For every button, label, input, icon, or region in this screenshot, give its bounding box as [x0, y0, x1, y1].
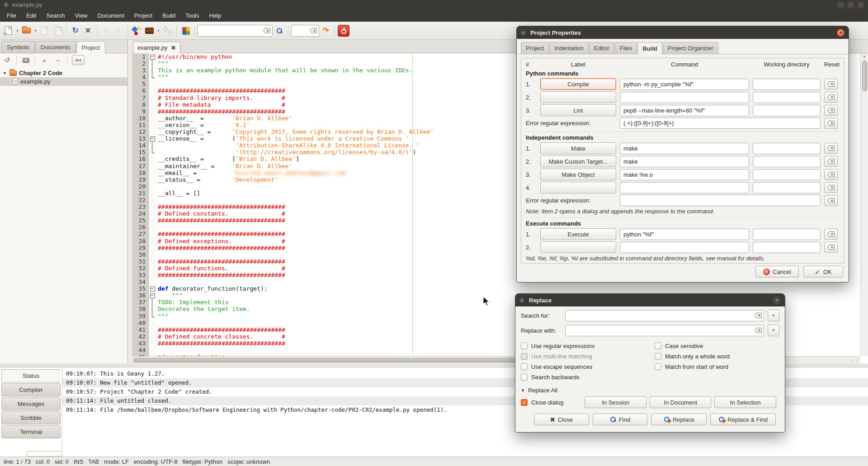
fold-margin[interactable] [149, 285, 156, 292]
replace-history-dropdown[interactable]: ▼ [768, 325, 779, 336]
menu-view[interactable]: View [70, 10, 93, 21]
menu-tools[interactable]: Tools [180, 10, 204, 21]
clear-icon[interactable]: × [827, 121, 835, 126]
clear-icon[interactable]: × [755, 328, 762, 333]
expand-all-icon[interactable]: + [40, 55, 49, 65]
scrollbar-thumb[interactable] [133, 358, 540, 362]
editor-vertical-scrollbar[interactable]: ▲ [860, 53, 868, 356]
command-input[interactable]: make [620, 143, 749, 154]
checkbox-icon[interactable] [521, 374, 528, 381]
reset-button[interactable]: × [824, 182, 838, 193]
working-directory-input[interactable] [753, 169, 821, 180]
goto-line-button[interactable]: ↷ [320, 24, 332, 37]
clear-icon[interactable]: × [827, 172, 835, 177]
checkbox-use-escape-sequences[interactable]: Use escape sequences [521, 362, 655, 372]
clear-icon[interactable]: × [827, 185, 835, 190]
save-button[interactable] [38, 24, 51, 37]
working-directory-input[interactable] [753, 182, 821, 193]
panel-tab-messages[interactable]: Messages [1, 397, 61, 410]
reset-button[interactable]: × [824, 156, 838, 167]
checkbox-close-dialog[interactable]: ✓Close dialog [521, 397, 585, 408]
panel-scrollbar[interactable] [26, 451, 62, 457]
open-file-button[interactable] [20, 24, 33, 37]
error-regex-input[interactable] [620, 195, 821, 206]
menu-document[interactable]: Document [93, 10, 129, 21]
button-in-document[interactable]: In Document [650, 396, 712, 408]
clear-icon[interactable]: × [827, 146, 835, 151]
reset-button[interactable]: × [824, 79, 838, 89]
clear-icon[interactable]: × [755, 313, 762, 318]
panel-tab-status[interactable]: Status [1, 369, 61, 382]
dialog-titlebar[interactable]: Replace × [515, 294, 785, 306]
reset-button[interactable]: × [824, 105, 838, 116]
error-regex-input[interactable]: (.+):([0-9]+):([0-9]+) [620, 118, 821, 129]
label-button[interactable]: Make Custom Target... [540, 155, 616, 167]
search-history-dropdown[interactable]: ▼ [768, 310, 779, 321]
tab-close-icon[interactable]: ✖ [171, 45, 175, 51]
label-button[interactable]: Make [540, 142, 616, 154]
close-document-button[interactable]: × [82, 24, 94, 37]
replace-all-expander[interactable]: ▼ Replace All [521, 387, 779, 394]
checkbox-match-from-start-of-word[interactable]: Match from start of word [655, 362, 730, 372]
follow-file-icon[interactable]: ↤ [72, 55, 85, 65]
reset-button[interactable]: × [824, 143, 838, 154]
label-button[interactable] [540, 91, 616, 103]
button-find[interactable]: Find [593, 414, 648, 425]
scroll-up-icon[interactable]: ▲ [863, 54, 866, 60]
properties-tab-build[interactable]: Build [637, 42, 662, 54]
command-input[interactable]: python -m py_compile "%f" [620, 79, 749, 90]
clear-icon[interactable]: × [827, 245, 835, 250]
checkbox-match-only-a-whole-word[interactable]: Match only a whole word [655, 351, 730, 362]
compile-button[interactable]: ↷ [131, 24, 143, 37]
fold-margin[interactable] [149, 135, 156, 142]
checkbox-icon[interactable] [655, 353, 661, 360]
label-button[interactable] [540, 182, 616, 193]
checkbox-icon[interactable] [655, 343, 661, 349]
button-replace-find[interactable]: Replace & Find [710, 414, 776, 425]
refresh-icon[interactable]: ↺ [3, 55, 12, 65]
working-directory-input[interactable] [753, 143, 821, 154]
save-all-button[interactable] [51, 24, 63, 37]
clear-icon[interactable]: × [827, 94, 835, 100]
build-dropdown[interactable]: ▾ [156, 28, 161, 33]
tree-file-row[interactable]: example.py [0, 77, 127, 86]
working-directory-input[interactable] [753, 92, 821, 103]
checkbox-icon[interactable] [655, 363, 661, 370]
close-icon[interactable]: × [857, 1, 864, 9]
new-folder-icon[interactable]: + [21, 55, 30, 65]
checkbox-icon[interactable]: ✓ [521, 399, 528, 406]
button-in-session[interactable]: In Session [585, 396, 646, 408]
reset-button[interactable]: × [824, 169, 838, 180]
properties-tab-project-organizer[interactable]: Project Organizer [663, 42, 718, 54]
label-button[interactable]: Lint [540, 104, 616, 116]
button-replace[interactable]: Replace [651, 414, 707, 425]
reset-button[interactable]: × [824, 229, 838, 240]
menu-build[interactable]: Build [157, 10, 180, 21]
command-input[interactable]: make %e.o [620, 169, 749, 180]
fold-margin[interactable] [149, 53, 156, 60]
expander-icon[interactable]: ▼ [3, 71, 7, 75]
goto-line-input[interactable]: × [291, 25, 319, 37]
button-in-selection[interactable]: In Selection [714, 396, 776, 408]
clear-icon[interactable]: × [827, 108, 835, 113]
command-input[interactable] [620, 92, 749, 103]
properties-tab-indentation[interactable]: Indentation [549, 42, 588, 54]
quit-button[interactable] [338, 25, 349, 37]
replace-with-input[interactable]: × [565, 325, 764, 336]
command-input[interactable] [620, 182, 749, 193]
menu-file[interactable]: File [2, 10, 21, 21]
nav-forward-button[interactable]: › [113, 24, 125, 37]
label-button[interactable]: Make Object [540, 169, 616, 180]
execute-button[interactable] [161, 24, 174, 37]
checkbox-search-backwards[interactable]: Search backwards [521, 372, 655, 382]
working-directory-input[interactable] [753, 242, 821, 253]
clear-icon[interactable]: × [310, 28, 317, 33]
command-input[interactable]: make [620, 156, 749, 167]
open-file-dropdown[interactable]: ▾ [33, 28, 38, 33]
command-input[interactable]: pep8 --max-line-length=80 "%f" [620, 105, 749, 116]
sidebar-tab-documents[interactable]: Documents [35, 41, 76, 53]
fold-margin[interactable] [149, 292, 156, 299]
clear-icon[interactable]: × [827, 159, 835, 164]
working-directory-input[interactable] [753, 156, 821, 167]
menu-edit[interactable]: Edit [21, 10, 41, 21]
